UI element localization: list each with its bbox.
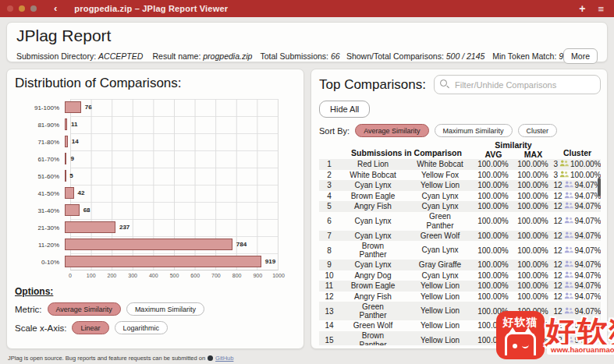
chart-x-tick-label: 0 (69, 273, 72, 278)
max-similarity: 100.00% (513, 260, 553, 269)
sort-average-similarity-button[interactable]: Average Similarity (355, 124, 428, 137)
sort-cluster-button[interactable]: Cluster (518, 124, 558, 137)
submission-b: White Bobcat (406, 160, 474, 169)
new-tab-icon[interactable]: + (579, 2, 585, 15)
comparison-row[interactable]: 3Cyan LynxYellow Lion100.00%100.00%1294.… (319, 180, 601, 191)
comparison-row[interactable]: 10Angry DogCyan Lynx100.00%100.00%1294.0… (319, 270, 601, 281)
avg-similarity: 100.00% (474, 217, 513, 225)
chart-bar (65, 221, 115, 233)
submission-b: Yellow Lion (406, 292, 474, 302)
avg-similarity: 100.00% (474, 260, 513, 269)
chart-category-label: 51-60% (15, 173, 65, 180)
submission-b: Yellow Lion (406, 281, 474, 291)
comparison-row[interactable]: 11Brown EagleYellow Lion100.00%100.00%12… (319, 281, 601, 292)
report-meta: Submission Directory: ACCEPTED Result na… (16, 48, 599, 64)
submission-a: Brown Eagle (339, 281, 406, 291)
comparison-row[interactable]: 12Angry FishYellow Lion100.00%100.00%129… (319, 292, 601, 302)
menu-icon[interactable]: ≡ (598, 3, 603, 15)
cluster-icon (564, 246, 573, 255)
submission-a: White Bobcat (339, 171, 406, 180)
comparison-row[interactable]: 1Red LionWhite Bobcat100.00%100.00%3100.… (319, 159, 601, 170)
more-button[interactable]: More (563, 48, 598, 64)
chart-category-label: 11-20% (15, 242, 65, 249)
cluster-column-header: Cluster (553, 148, 601, 159)
search-icon (440, 80, 447, 87)
cluster-icon (564, 231, 573, 240)
scale-logarithmic-button[interactable]: Logarithmic (115, 321, 169, 334)
max-similarity: 100.00% (513, 171, 553, 179)
avg-similarity: 100.00% (474, 192, 513, 200)
chart-bar-value: 11 (71, 121, 77, 128)
comparison-row[interactable]: 8Brown PantherCyan Lynx100.00%100.00%129… (319, 241, 601, 260)
comparison-row[interactable]: 2White BobcatYellow Fox100.00%100.00%310… (319, 170, 601, 181)
cluster-size: 12 (553, 192, 562, 200)
chart-bar-row: 21-30%237 (15, 219, 279, 236)
window-controls[interactable] (7, 5, 37, 12)
cluster-size: 3 (553, 160, 558, 168)
max-similarity: 100.00% (513, 181, 553, 189)
cluster-similarity: 94.07% (575, 281, 601, 290)
cluster-size: 12 (553, 217, 562, 225)
search-input[interactable] (434, 75, 601, 94)
submission-b: Yellow Lion (406, 306, 474, 316)
shown-total-comparisons-field: Shown/Total Comparisons: 500 / 2145 (346, 51, 492, 61)
result-name-field: Result name: progpedia.zip (152, 51, 260, 61)
submission-a: Brown Panther (339, 242, 406, 260)
comparison-row[interactable]: 6Cyan LynxGreen Panther100.00%100.00%129… (319, 212, 601, 231)
cluster-cell: 3100.00% (553, 160, 601, 168)
chart-x-tick-label: 700 (211, 273, 221, 278)
chart-bar-row: 31-40%68 (15, 202, 279, 219)
max-similarity: 100.00% (513, 281, 553, 290)
chart-x-tick-label: 500 (170, 273, 179, 278)
table-scrollbar[interactable] (598, 178, 601, 196)
cluster-icon (564, 260, 573, 269)
submission-directory-field: Submission Directory: ACCEPTED (16, 51, 152, 61)
back-icon[interactable]: ‹ (54, 1, 57, 16)
cluster-size: 12 (553, 246, 562, 255)
chart-category-label: 0-10% (15, 259, 65, 266)
sort-maximum-similarity-button[interactable]: Maximum Similarity (435, 124, 513, 137)
footer: JPlag is open source. Bug reports and fe… (8, 355, 233, 362)
scale-linear-button[interactable]: Linear (72, 321, 108, 334)
comparison-row[interactable]: 9Cyan LynxGray Giraffe100.00%100.00%1294… (319, 260, 601, 270)
cluster-cell: 1294.07% (553, 246, 601, 255)
chart-bar (65, 170, 66, 182)
cluster-similarity: 94.07% (575, 231, 601, 240)
chart-bar-row: 41-50%42 (15, 185, 279, 202)
submission-a: Cyan Lynx (339, 231, 406, 241)
comparison-row[interactable]: 5Angry FishCyan Lynx100.00%100.00%1294.0… (319, 201, 601, 212)
chart-x-tick-label: 300 (128, 273, 137, 278)
window-zoom-button[interactable] (30, 5, 37, 12)
cluster-similarity: 94.07% (575, 202, 601, 210)
chart-bar (65, 239, 232, 250)
sort-by-label: Sort By: (319, 126, 350, 136)
cluster-similarity: 94.07% (575, 292, 601, 301)
row-index: 4 (319, 192, 339, 200)
cluster-icon (564, 281, 573, 290)
comparison-search[interactable] (434, 75, 601, 94)
metric-average-similarity-button[interactable]: Average Similarity (48, 302, 121, 316)
submission-a: Brown Eagle (339, 192, 406, 201)
max-similarity: 100.00% (513, 160, 553, 168)
metric-maximum-similarity-button[interactable]: Maximum Similarity (126, 302, 204, 316)
chart-bar-value: 237 (119, 224, 130, 231)
github-link[interactable]: GitHub (215, 355, 233, 362)
row-index: 6 (319, 217, 339, 225)
comparison-row[interactable]: 4Brown EagleCyan Lynx100.00%100.00%1294.… (319, 191, 601, 202)
cluster-size: 3 (553, 171, 558, 179)
submission-b: Cyan Lynx (406, 246, 474, 255)
titlebar: ‹ progpedia.zip – JPlag Report Viewer + … (0, 0, 614, 17)
submission-a: Angry Fish (339, 202, 406, 211)
row-index: 1 (319, 160, 339, 168)
submission-b: Yellow Lion (406, 181, 474, 190)
submission-a: Angry Dog (339, 271, 406, 281)
window-close-button[interactable] (7, 5, 13, 12)
cluster-similarity: 94.07% (575, 181, 601, 189)
cluster-size: 12 (553, 231, 562, 240)
hide-all-button[interactable]: Hide All (319, 101, 370, 118)
chart-bar-value: 76 (85, 104, 92, 111)
cat-icon (505, 332, 536, 355)
submission-a: Red Lion (339, 160, 406, 169)
comparison-row[interactable]: 7Cyan LynxGreen Wolf100.00%100.00%1294.0… (319, 231, 601, 242)
window-minimize-button[interactable] (19, 5, 25, 12)
